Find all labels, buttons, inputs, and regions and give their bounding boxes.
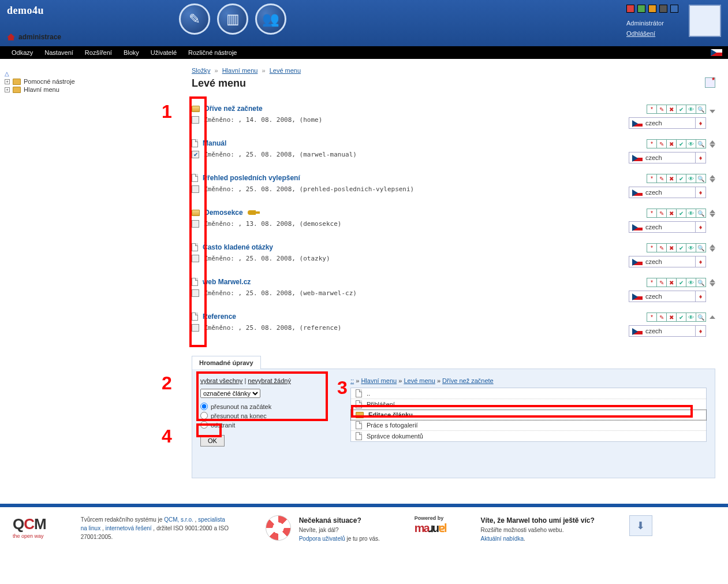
bulk-radio-2[interactable] xyxy=(200,421,208,429)
round-icon-edit[interactable]: ✎ xyxy=(179,3,210,35)
action-preview[interactable]: 🔍 xyxy=(696,209,706,218)
action-new[interactable]: * xyxy=(647,209,657,218)
action-delete[interactable]: ✖ xyxy=(666,209,677,218)
download-button[interactable]: ⬇ xyxy=(629,515,652,536)
theme-square-0[interactable] xyxy=(626,5,634,13)
action-new[interactable]: * xyxy=(647,139,657,148)
move-up-button[interactable] xyxy=(710,279,715,282)
nav-item-1[interactable]: Nastavení xyxy=(39,49,79,56)
item-title[interactable]: Reference xyxy=(203,313,236,321)
action-delete[interactable]: ✖ xyxy=(666,139,677,148)
action-new[interactable]: * xyxy=(647,174,657,183)
action-view[interactable]: 👁 xyxy=(686,278,696,287)
item-title[interactable]: Dříve než začnete xyxy=(204,105,263,113)
nav-item-5[interactable]: Rozličné nástroje xyxy=(182,49,242,56)
action-preview[interactable]: 🔍 xyxy=(696,243,706,252)
action-check[interactable]: ✔ xyxy=(676,278,686,287)
chevron-down-icon[interactable]: ♦ xyxy=(695,118,705,128)
move-up-button[interactable] xyxy=(710,244,715,248)
bulk-list-item[interactable]: Přihlášení xyxy=(351,399,706,410)
item-checkbox[interactable]: ✔ xyxy=(192,151,199,158)
ft-link-solutions[interactable]: internetová řešení xyxy=(106,525,152,531)
action-preview[interactable]: 🔍 xyxy=(696,174,706,183)
action-edit[interactable]: ✎ xyxy=(656,243,667,252)
move-down-button[interactable] xyxy=(710,110,715,113)
action-edit[interactable]: ✎ xyxy=(656,105,667,114)
chevron-down-icon[interactable]: ♦ xyxy=(695,291,705,302)
lang-select[interactable]: czech♦ xyxy=(629,291,706,302)
move-up-button[interactable] xyxy=(710,140,715,144)
tree-expand-1[interactable]: + xyxy=(5,87,10,92)
action-new[interactable]: * xyxy=(647,313,657,322)
action-delete[interactable]: ✖ xyxy=(666,278,677,287)
theme-square-2[interactable] xyxy=(648,5,656,13)
bulk-radio-0[interactable] xyxy=(200,403,208,410)
bulk-list-item[interactable]: .. xyxy=(351,388,706,399)
action-edit[interactable]: ✎ xyxy=(656,278,667,287)
nav-item-4[interactable]: Uživatelé xyxy=(145,49,182,56)
item-checkbox[interactable] xyxy=(192,289,199,297)
ft-link-qcm[interactable]: QCM, s.r.o. xyxy=(164,516,193,523)
move-down-button[interactable] xyxy=(710,144,715,148)
item-checkbox[interactable] xyxy=(192,116,199,124)
bulk-crumb-0[interactable]: :: xyxy=(350,377,354,384)
bulk-list-item[interactable]: Správce dokumentů xyxy=(351,431,706,441)
action-preview[interactable]: 🔍 xyxy=(696,105,706,114)
move-down-button[interactable] xyxy=(710,248,715,252)
action-edit[interactable]: ✎ xyxy=(656,139,667,148)
nav-item-2[interactable]: Rozšíření xyxy=(79,49,118,56)
lang-select[interactable]: czech♦ xyxy=(629,152,706,163)
bulk-crumb-2[interactable]: Levé menu xyxy=(404,377,435,384)
item-title[interactable]: Často kladené otázky xyxy=(203,243,273,251)
action-new[interactable]: * xyxy=(647,278,657,287)
nav-item-0[interactable]: Odkazy xyxy=(6,49,39,56)
action-check[interactable]: ✔ xyxy=(676,243,686,252)
select-none-link[interactable]: nevybrat žádný xyxy=(248,377,291,384)
item-checkbox[interactable] xyxy=(192,255,199,262)
action-check[interactable]: ✔ xyxy=(676,139,686,148)
tree-collapse-icon[interactable]: △ xyxy=(5,70,9,77)
round-icon-modules[interactable]: ▥ xyxy=(217,3,248,35)
promo-link[interactable]: Aktuální nabídka xyxy=(480,535,524,542)
action-view[interactable]: 👁 xyxy=(686,243,696,252)
action-check[interactable]: ✔ xyxy=(676,313,686,322)
action-preview[interactable]: 🔍 xyxy=(696,313,706,322)
new-item-button[interactable]: * xyxy=(705,77,715,88)
bulk-dropdown[interactable]: označené články xyxy=(200,389,260,398)
crumb-2[interactable]: Levé menu xyxy=(270,67,301,74)
chevron-down-icon[interactable]: ♦ xyxy=(695,256,705,267)
bulk-tab[interactable]: Hromadné úpravy xyxy=(192,356,261,369)
chevron-down-icon[interactable]: ♦ xyxy=(695,326,705,336)
action-check[interactable]: ✔ xyxy=(676,209,686,218)
action-edit[interactable]: ✎ xyxy=(656,313,667,322)
lang-select[interactable]: czech♦ xyxy=(629,221,706,233)
logout-link[interactable]: Odhlášení xyxy=(626,30,655,37)
select-all-link[interactable]: vybrat všechny xyxy=(200,377,242,384)
item-checkbox[interactable] xyxy=(192,220,199,228)
move-up-button[interactable] xyxy=(710,210,715,213)
item-checkbox[interactable] xyxy=(192,324,199,332)
item-title[interactable]: Přehled posledních vylepšení xyxy=(203,174,300,182)
action-view[interactable]: 👁 xyxy=(686,209,696,218)
theme-square-1[interactable] xyxy=(637,5,645,13)
action-preview[interactable]: 🔍 xyxy=(696,139,706,148)
bulk-radio-1[interactable] xyxy=(200,412,208,419)
move-down-button[interactable] xyxy=(710,179,715,183)
action-new[interactable]: * xyxy=(647,243,657,252)
item-checkbox[interactable] xyxy=(192,185,199,193)
round-icon-users[interactable]: 👥 xyxy=(255,3,286,35)
nav-item-3[interactable]: Bloky xyxy=(118,49,145,56)
action-delete[interactable]: ✖ xyxy=(666,313,677,322)
tree-item-1[interactable]: Hlavní menu xyxy=(24,86,59,93)
move-down-button[interactable] xyxy=(710,214,715,217)
crumb-root[interactable]: Složky xyxy=(192,67,210,74)
bulk-crumb-3[interactable]: Dříve než začnete xyxy=(442,377,494,384)
item-title[interactable]: web Marwel.cz xyxy=(203,278,251,286)
move-up-button[interactable] xyxy=(710,315,715,319)
bulk-crumb-1[interactable]: Hlavní menu xyxy=(361,377,397,384)
lang-select[interactable]: czech♦ xyxy=(629,187,706,198)
action-view[interactable]: 👁 xyxy=(686,174,696,183)
lang-select[interactable]: czech♦ xyxy=(629,117,706,129)
action-edit[interactable]: ✎ xyxy=(656,209,667,218)
tree-expand-0[interactable]: + xyxy=(5,79,10,84)
